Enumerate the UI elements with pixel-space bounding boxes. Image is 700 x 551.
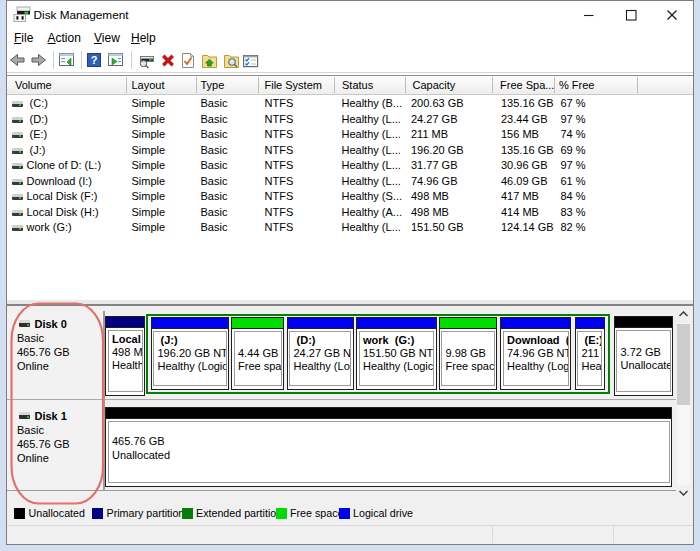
- svg-text:?: ?: [91, 54, 98, 66]
